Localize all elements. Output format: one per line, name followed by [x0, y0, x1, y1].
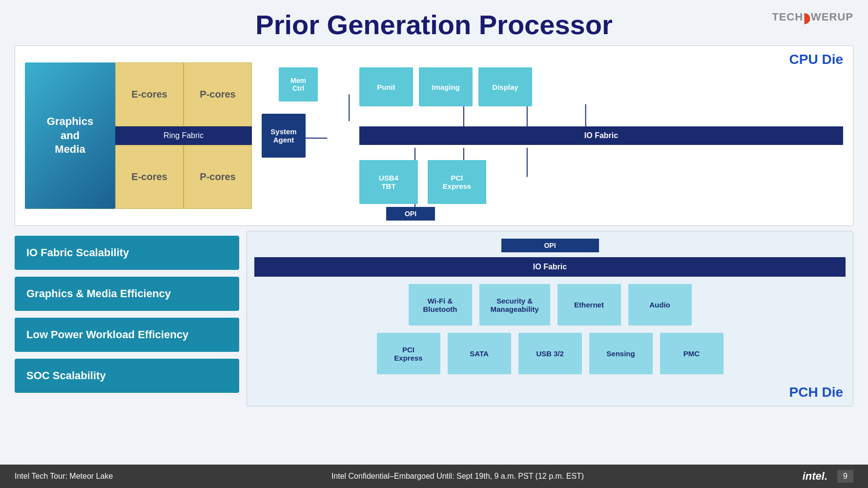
page-header: Prior Generation Processor TECH◗WERUP — [0, 0, 868, 45]
cpu-die-section: CPU Die Graphics and Media — [15, 45, 853, 226]
sata-block: SATA — [448, 333, 511, 374]
top-io-blocks: Punit Imaging Display — [359, 67, 843, 106]
bottom-io-blocks: USB4 TBT PCI Express — [359, 160, 843, 204]
pch-io-fabric-bar: IO Fabric — [254, 257, 846, 277]
main-content: CPU Die Graphics and Media — [0, 45, 868, 407]
usb4-tbt-block: USB4 TBT — [359, 160, 418, 204]
pch-bottom-row: PCI Express SATA USB 3/2 Sensing PMC — [254, 333, 846, 374]
opi-bar: OPI — [386, 207, 435, 221]
e-cores-bottom: E-cores — [115, 145, 184, 209]
pci-express-block: PCI Express — [428, 160, 486, 204]
p-cores-bottom: P-cores — [184, 145, 252, 209]
sensing-block: Sensing — [589, 333, 653, 374]
pch-die-label: PCH Die — [789, 385, 843, 400]
graphics-media-block: Graphics and Media E-cores P-cores Ring … — [25, 62, 252, 209]
low-power-btn[interactable]: Low Power Workload Efficiency — [15, 318, 239, 352]
page-number: 9 — [837, 470, 853, 483]
e-cores-top: E-cores — [115, 62, 184, 126]
io-fabric-bar: IO Fabric — [359, 126, 843, 145]
footer-center: Intel Confidential–Embargoed Until: Sept… — [331, 472, 584, 481]
techpowerup-logo: TECH◗WERUP — [772, 10, 853, 26]
cpu-die-inner: Graphics and Media E-cores P-cores Ring … — [25, 56, 843, 216]
footer-left: Intel Tech Tour: Meteor Lake — [15, 472, 113, 481]
intel-logo: intel. — [803, 470, 827, 483]
opi-connector-top: OPI — [386, 207, 435, 221]
p-cores-top: P-cores — [184, 62, 252, 126]
left-features-panel: IO Fabric Scalability Graphics & Media E… — [15, 231, 239, 407]
pch-top-row: Wi-Fi & Bluetooth Security & Manageabili… — [254, 284, 846, 325]
pch-die-section: PCH Die OPI IO Fabric Wi-Fi & Bluetooth … — [247, 231, 853, 407]
footer-right: intel. 9 — [803, 470, 853, 483]
usb32-block: USB 3/2 — [518, 333, 582, 374]
cores-grid: E-cores P-cores Ring Fabric E-cores P-co… — [115, 62, 252, 209]
pmc-block: PMC — [660, 333, 723, 374]
security-block: Security & Manageability — [479, 284, 550, 325]
audio-block: Audio — [628, 284, 692, 325]
cpu-right-components: Mem Ctrl System Agent Punit Imaging Disp… — [262, 62, 843, 209]
footer: Intel Tech Tour: Meteor Lake Intel Confi… — [0, 465, 868, 488]
graphics-media-btn[interactable]: Graphics & Media Efficiency — [15, 277, 239, 311]
page-title: Prior Generation Processor — [0, 9, 868, 41]
io-fabric-btn[interactable]: IO Fabric Scalability — [15, 236, 239, 270]
punit-block: Punit — [359, 67, 413, 106]
wifi-bluetooth-block: Wi-Fi & Bluetooth — [409, 284, 472, 325]
pci-express-pch-block: PCI Express — [377, 333, 440, 374]
imaging-block: Imaging — [419, 67, 473, 106]
soc-scalability-btn[interactable]: SOC Scalability — [15, 359, 239, 393]
graphics-media-box: Graphics and Media — [25, 62, 115, 209]
pch-opi-bar: OPI — [501, 239, 599, 252]
mem-ctrl-block: Mem Ctrl — [279, 67, 318, 102]
ethernet-block: Ethernet — [558, 284, 621, 325]
system-agent-block: System Agent — [262, 114, 306, 158]
display-block: Display — [478, 67, 532, 106]
bottom-section: IO Fabric Scalability Graphics & Media E… — [15, 231, 853, 407]
ring-fabric: Ring Fabric — [115, 126, 252, 145]
